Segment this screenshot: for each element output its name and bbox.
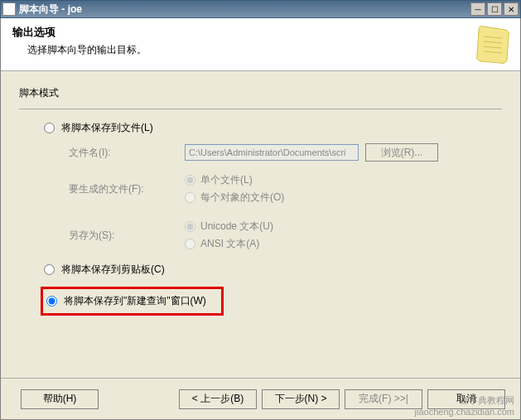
- radio-single-file: [185, 175, 195, 186]
- radio-save-to-clipboard[interactable]: [44, 264, 55, 275]
- wizard-body: 脚本模式 将脚本保存到文件(L) 文件名(I): 浏览(R)... 要生成的文件…: [1, 71, 520, 378]
- radio-save-to-query[interactable]: [46, 296, 57, 307]
- file-options-group: 文件名(I): 浏览(R)... 要生成的文件(F): 单个文件(L) 每个对象…: [69, 143, 502, 254]
- wizard-footer: 帮助(H) < 上一步(B) 下一步(N) > 完成(F) >>| 取消: [1, 378, 520, 419]
- radio-unicode: [185, 221, 195, 232]
- label-saveas: 另存为(S):: [69, 229, 185, 243]
- radio-per-object: [185, 192, 195, 203]
- label-single-file: 单个文件(L): [200, 173, 253, 187]
- wizard-header: 输出选项 选择脚本向导的输出目标。: [1, 18, 520, 71]
- label-per-object: 每个对象的文件(O): [200, 191, 284, 205]
- input-filename: [185, 144, 359, 161]
- titlebar: 脚本向导 - joe ─ ☐ ✕: [0, 0, 521, 18]
- finish-button: 完成(F) >>|: [345, 389, 422, 409]
- maximize-button[interactable]: ☐: [487, 2, 502, 16]
- window-title: 脚本向导 - joe: [19, 2, 469, 17]
- label-save-to-clipboard: 将脚本保存到剪贴板(C): [61, 263, 165, 277]
- app-icon: [2, 2, 16, 16]
- fieldset-label: 脚本模式: [19, 86, 502, 100]
- label-unicode: Unicode 文本(U): [200, 220, 273, 234]
- label-filename: 文件名(I):: [69, 146, 185, 160]
- highlighted-option: 将脚本保存到"新建查询"窗口(W): [41, 287, 224, 316]
- option-save-to-query[interactable]: 将脚本保存到"新建查询"窗口(W): [46, 294, 206, 308]
- back-button[interactable]: < 上一步(B): [179, 389, 257, 409]
- label-save-to-file: 将脚本保存到文件(L): [61, 121, 153, 135]
- radio-save-to-file[interactable]: [44, 123, 55, 133]
- cancel-button[interactable]: 取消: [427, 389, 505, 409]
- label-ansi: ANSI 文本(A): [200, 237, 259, 251]
- window-controls: ─ ☐ ✕: [469, 2, 519, 16]
- label-generate: 要生成的文件(F):: [69, 182, 185, 196]
- next-button[interactable]: 下一步(N) >: [262, 389, 340, 409]
- label-save-to-query: 将脚本保存到"新建查询"窗口(W): [64, 294, 206, 308]
- help-button[interactable]: 帮助(H): [21, 389, 99, 409]
- close-button[interactable]: ✕: [504, 2, 519, 16]
- divider: [19, 109, 502, 109]
- scroll-icon: [474, 25, 510, 65]
- option-save-to-clipboard[interactable]: 将脚本保存到剪贴板(C): [44, 263, 502, 277]
- radio-ansi: [185, 239, 195, 249]
- minimize-button[interactable]: ─: [470, 2, 485, 16]
- option-save-to-file[interactable]: 将脚本保存到文件(L): [44, 121, 502, 135]
- header-title: 输出选项: [12, 25, 509, 40]
- browse-button: 浏览(R)...: [365, 143, 438, 162]
- client-area: 输出选项 选择脚本向导的输出目标。 脚本模式 将脚本保存到文件(L) 文件名(I…: [0, 18, 521, 420]
- header-subtitle: 选择脚本向导的输出目标。: [27, 43, 509, 57]
